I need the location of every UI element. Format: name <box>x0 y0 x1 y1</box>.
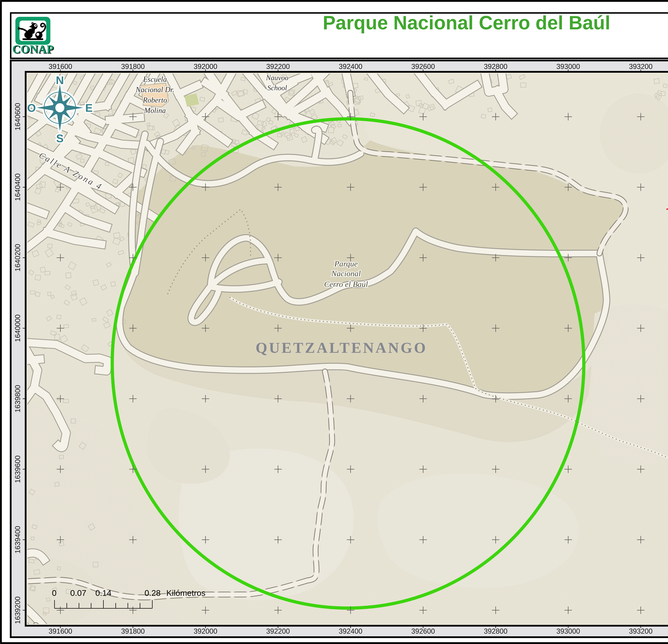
svg-text:0.07: 0.07 <box>70 588 87 598</box>
svg-text:391800: 391800 <box>121 62 145 70</box>
svg-text:392600: 392600 <box>411 62 435 70</box>
svg-text:Nacional: Nacional <box>331 269 361 278</box>
svg-text:Parque Nacional Cerro del Baúl: Parque Nacional Cerro del Baúl <box>323 12 610 33</box>
svg-text:1640200: 1640200 <box>14 244 21 271</box>
svg-text:1639200: 1639200 <box>14 596 21 624</box>
svg-text:Nacional Dr.: Nacional Dr. <box>135 85 174 94</box>
svg-text:1639600: 1639600 <box>14 455 21 483</box>
svg-text:1640400: 1640400 <box>14 173 21 201</box>
svg-text:392800: 392800 <box>484 62 507 70</box>
svg-text:392200: 392200 <box>266 627 290 635</box>
svg-text:1640000: 1640000 <box>14 314 21 342</box>
svg-text:392000: 392000 <box>194 62 217 70</box>
svg-text:0.14: 0.14 <box>95 588 111 598</box>
svg-text:Parque: Parque <box>334 259 358 268</box>
svg-text:E: E <box>85 101 93 114</box>
svg-text:Cerro el Baúl: Cerro el Baúl <box>324 280 368 288</box>
svg-text:393200: 393200 <box>629 627 653 635</box>
svg-text:392400: 392400 <box>339 62 362 70</box>
svg-text:Nauvoo: Nauvoo <box>266 74 288 82</box>
svg-text:391600: 391600 <box>49 627 72 635</box>
svg-text:392400: 392400 <box>339 627 362 635</box>
svg-text:QUETZALTENANGO: QUETZALTENANGO <box>256 340 427 356</box>
svg-text:393000: 393000 <box>557 62 580 70</box>
svg-text:392600: 392600 <box>411 627 435 635</box>
svg-text:391800: 391800 <box>121 627 145 635</box>
svg-text:392200: 392200 <box>266 62 290 70</box>
svg-text:Molina: Molina <box>144 106 166 114</box>
svg-text:393200: 393200 <box>629 62 653 70</box>
svg-text:0.28: 0.28 <box>145 588 161 598</box>
svg-text:392000: 392000 <box>194 627 217 635</box>
svg-text:School: School <box>268 84 287 92</box>
svg-text:S: S <box>56 132 64 145</box>
svg-text:N: N <box>56 74 64 87</box>
svg-text:CONAP: CONAP <box>12 43 54 56</box>
svg-text:393000: 393000 <box>557 627 580 635</box>
svg-text:391600: 391600 <box>49 62 72 70</box>
svg-text:Roberto: Roberto <box>143 96 167 104</box>
svg-text:1639800: 1639800 <box>14 385 21 412</box>
svg-text:Kilómetros: Kilómetros <box>166 588 206 598</box>
svg-text:O: O <box>27 101 36 114</box>
svg-text:1640600: 1640600 <box>14 103 21 130</box>
svg-text:Escuela: Escuela <box>143 75 167 83</box>
svg-text:0: 0 <box>52 588 57 598</box>
svg-text:392800: 392800 <box>484 627 507 635</box>
svg-text:1639400: 1639400 <box>14 526 21 553</box>
